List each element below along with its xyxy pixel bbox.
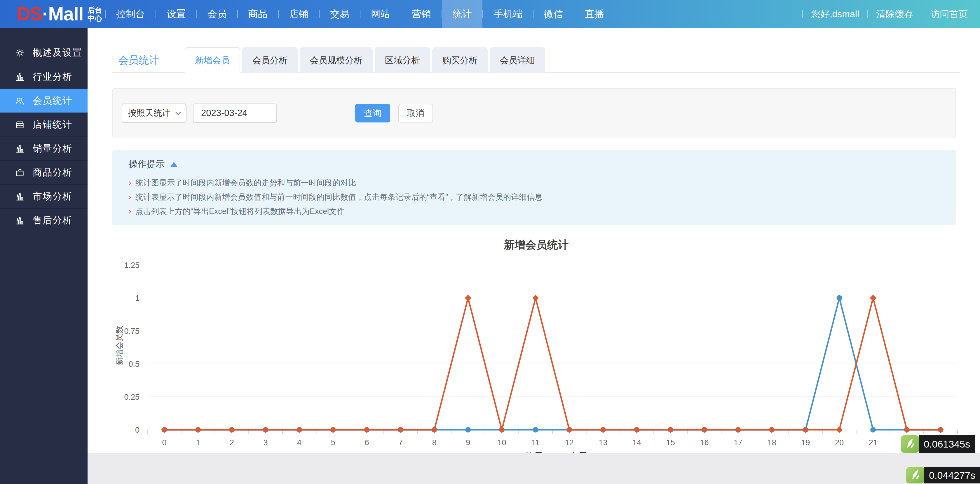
y-tick-label: 0.75 [124,327,140,336]
bag-icon [14,167,26,178]
bar-chart-icon [14,215,26,226]
period-select[interactable]: 按照天统计 [122,103,186,123]
content-panel: 会员统计 新增会员会员分析会员规模分析区域分析购买分析会员详细 按照天统计 20… [88,28,980,453]
sidebar: 概述及设置行业分析会员统计店铺统计销量分析商品分析市场分析售后分析 [0,28,88,484]
series-marker-today [330,427,336,433]
series-marker-today [802,427,809,433]
series-marker-today [161,427,167,433]
tab-member-detail[interactable]: 会员详细 [490,47,545,73]
nav-item-marketing[interactable]: 营销 [401,0,442,28]
collapse-up-icon[interactable] [170,162,177,167]
cancel-button[interactable]: 取消 [398,104,433,122]
x-tick-label: 10 [497,438,506,447]
member-growth-chart: 00.250.50.7511.25新增会员数012345678910111213… [112,258,960,453]
query-button[interactable]: 查询 [355,104,390,122]
series-marker-today [633,427,640,433]
brand-logo-ds: DS [17,3,42,25]
x-tick-label: 9 [466,438,470,447]
x-tick-label: 16 [700,438,709,447]
tips-head: 操作提示 [129,158,956,170]
legend-item-yesterday[interactable]: 昨天 [502,451,543,453]
legend-item-today[interactable]: 今天 [547,451,587,453]
x-tick-label: 12 [565,438,574,447]
legend-label: 今天 [570,451,587,453]
period-select-value: 按照天统计 [128,107,170,119]
page-timer-badge: 0.044277s [906,467,980,483]
sidebar-item-goods-analysis[interactable]: 商品分析 [0,160,88,184]
main-area: 会员统计 新增会员会员分析会员规模分析区域分析购买分析会员详细 按照天统计 20… [88,28,980,484]
x-tick-label: 3 [263,438,267,447]
tip-line: ›点击列表上方的“导出Excel”按钮将列表数据导出为Excel文件 [129,206,956,216]
bar-chart-icon [14,143,26,154]
series-marker-today [431,427,438,433]
tip-line-text: 统计表显示了时间段内新增会员数值和与前一时间段的同比数值，点击每条记录后的“查看… [135,193,542,202]
nav-item-trade[interactable]: 交易 [320,0,360,28]
tips-lines: ›统计图显示了时间段内新增会员数的走势和与前一时间段的对比›统计表显示了时间段内… [129,178,956,216]
tab-purchase-analysis[interactable]: 购买分析 [432,47,488,73]
series-marker-yesterday [465,427,471,433]
series-marker-today [836,427,843,433]
sidebar-item-label: 销量分析 [33,142,72,155]
nav-item-stats[interactable]: 统计 [442,0,482,28]
nav-right-item-greeting[interactable]: 您好,dsmall [803,0,867,28]
nav-item-store[interactable]: 店铺 [279,0,319,28]
brand-logo-mall: ·Mall [42,3,83,25]
nav-item-mobile[interactable]: 手机端 [483,0,533,28]
thinkphp-leaf-icon [901,435,919,453]
x-tick-label: 15 [666,438,675,447]
chart-title: 新增会员统计 [134,238,939,252]
sidebar-item-member-stats[interactable]: 会员统计 [0,89,88,113]
sidebar-item-overview-settings[interactable]: 概述及设置 [0,41,88,65]
navbar-menu: 控制台设置会员商品店铺交易网站营销统计手机端微信直播 [105,0,615,28]
series-marker-today [769,427,775,433]
page-timer-badge: 0.061345s [901,435,975,453]
y-tick-label: 0 [135,426,140,435]
nav-item-live[interactable]: 直播 [574,0,615,28]
tab-member-scale-analysis[interactable]: 会员规模分析 [300,47,373,73]
series-marker-today [701,427,708,433]
x-tick-label: 1 [196,438,200,447]
series-marker-yesterday [533,427,538,433]
sidebar-item-aftersale-analysis[interactable]: 售后分析 [0,208,88,232]
brand-logo-subtitle-line2: 中心 [88,14,102,22]
tab-region-analysis[interactable]: 区域分析 [375,47,430,73]
y-tick-label: 0.5 [129,360,140,368]
tabs-bar: 会员统计 新增会员会员分析会员规模分析区域分析购买分析会员详细 [112,47,960,73]
x-tick-label: 5 [331,438,335,447]
sidebar-item-label: 会员统计 [33,94,72,107]
sidebar-item-market-analysis[interactable]: 市场分析 [0,184,88,208]
tip-line-text: 统计图显示了时间段内新增会员数的走势和与前一时间段的对比 [135,178,356,187]
navbar-right: 您好,dsmall清除缓存访问首页 [802,0,980,28]
tab-member-analysis[interactable]: 会员分析 [242,47,298,73]
nav-item-settings[interactable]: 设置 [156,0,196,28]
sidebar-item-label: 行业分析 [33,71,72,83]
series-marker-today [904,427,910,433]
sidebar-item-store-stats[interactable]: 店铺统计 [0,113,88,136]
nav-right-item-clear-cache[interactable]: 清除缓存 [868,0,922,28]
nav-item-goods[interactable]: 商品 [238,0,278,28]
series-marker-today [735,427,741,433]
y-tick-label: 1.25 [124,261,140,270]
series-marker-today [229,427,235,433]
series-marker-yesterday [870,427,876,433]
nav-item-member[interactable]: 会员 [197,0,237,28]
nav-item-website[interactable]: 网站 [360,0,401,28]
x-tick-label: 13 [598,438,607,447]
sidebar-item-industry-analysis[interactable]: 行业分析 [0,65,88,89]
nav-item-wechat[interactable]: 微信 [533,0,574,28]
series-marker-today [262,427,269,433]
tab-new-members[interactable]: 新增会员 [185,47,240,73]
nav-item-console[interactable]: 控制台 [106,0,156,28]
x-tick-label: 4 [297,438,301,447]
x-tick-label: 14 [632,438,641,447]
x-tick-label: 19 [801,438,810,447]
date-input[interactable]: 2023-03-24 [193,103,277,123]
series-marker-today [499,427,505,433]
series-marker-today [600,427,606,433]
series-marker-today [195,427,201,433]
nav-right-item-visit-home[interactable]: 访问首页 [922,0,976,28]
x-tick-label: 17 [734,438,743,447]
sidebar-item-sales-analysis[interactable]: 销量分析 [0,136,88,160]
sidebar-item-label: 售后分析 [33,214,72,227]
tips-box: 操作提示 ›统计图显示了时间段内新增会员数的走势和与前一时间段的对比›统计表显示… [112,150,956,225]
